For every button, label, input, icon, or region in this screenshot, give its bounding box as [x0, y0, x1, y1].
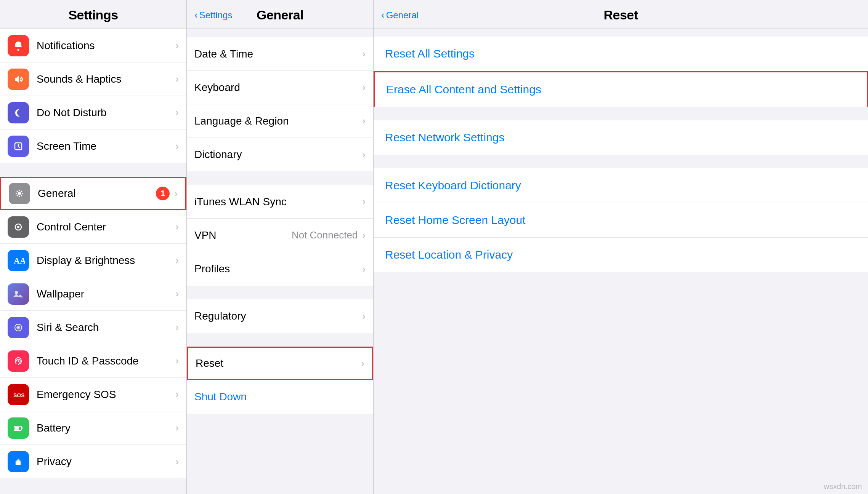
row-dictionary[interactable]: Dictionary › [187, 138, 373, 171]
section-reset-2: Reset Network Settings [374, 120, 868, 155]
row-sirisearch[interactable]: Siri & Search › [0, 311, 186, 344]
back-chevron-icon: ‹ [194, 9, 198, 21]
separator [0, 163, 186, 177]
row-content: Language & Region [194, 115, 362, 127]
svg-point-15 [15, 291, 18, 294]
settings-column: Settings Notifications › Soun [0, 0, 187, 494]
emergencysos-label: Emergency SOS [37, 388, 175, 401]
reset-column: ‹ General Reset Reset All Settings Erase… [374, 0, 868, 494]
row-vpn[interactable]: VPN Not Connected › [187, 219, 373, 252]
row-language[interactable]: Language & Region › [187, 104, 373, 138]
reset-list: Reset All Settings Erase All Content and… [374, 29, 868, 494]
section-itunes: iTunes WLAN Sync › VPN Not Connected › P… [187, 185, 373, 286]
svg-point-13 [17, 226, 19, 228]
row-eraseall[interactable]: Erase All Content and Settings [374, 71, 868, 107]
row-general[interactable]: General 1 › [0, 177, 186, 210]
eraseall-label: Erase All Content and Settings [386, 83, 541, 96]
chevron-icon: › [362, 48, 366, 60]
row-content: Sounds & Haptics [37, 73, 175, 85]
back-label: Settings [199, 10, 233, 21]
section-regulatory: Regulatory › [187, 299, 373, 333]
row-resetlocation[interactable]: Reset Location & Privacy [374, 238, 868, 272]
chevron-icon: › [174, 188, 178, 200]
resetall-label: Reset All Settings [385, 47, 475, 60]
row-screentime[interactable]: Screen Time › [0, 129, 186, 163]
section-2: General 1 › Control Center › [0, 177, 186, 478]
chevron-icon: › [175, 73, 179, 85]
row-resetnetwork[interactable]: Reset Network Settings [374, 120, 868, 155]
row-content: Date & Time [194, 48, 362, 60]
displaybrightness-label: Display & Brightness [37, 254, 175, 267]
row-wallpaper[interactable]: Wallpaper › [0, 277, 186, 311]
row-resethome[interactable]: Reset Home Screen Layout [374, 203, 868, 238]
donotdisturb-label: Do Not Disturb [37, 107, 175, 119]
svg-point-1 [18, 49, 19, 51]
row-ituneswlan[interactable]: iTunes WLAN Sync › [187, 185, 373, 219]
general-label: General [38, 187, 156, 200]
regulatory-label: Regulatory [194, 310, 362, 322]
svg-rect-23 [15, 427, 19, 430]
row-content: Control Center [37, 221, 175, 233]
chevron-icon: › [175, 321, 179, 333]
battery-label: Battery [37, 422, 175, 434]
row-displaybrightness[interactable]: AA Display & Brightness › [0, 244, 186, 277]
row-content: Display & Brightness [37, 254, 175, 267]
row-privacy[interactable]: Privacy › [0, 445, 186, 478]
chevron-icon: › [362, 149, 366, 161]
row-datetime[interactable]: Date & Time › [187, 37, 373, 71]
battery-icon [8, 417, 29, 439]
vpn-value: Not Connected [292, 229, 358, 241]
row-touchid[interactable]: Touch ID & Passcode › [0, 344, 186, 378]
chevron-icon: › [175, 141, 179, 152]
row-profiles[interactable]: Profiles › [187, 252, 373, 286]
row-content: Notifications [37, 40, 175, 52]
row-right: › [362, 48, 366, 60]
reset-label: Reset [196, 357, 361, 369]
row-donotdisturb[interactable]: Do Not Disturb › [0, 96, 186, 129]
settings-header: Settings [0, 0, 186, 29]
row-shutdown[interactable]: Shut Down [187, 380, 373, 414]
chevron-icon: › [362, 196, 366, 208]
row-emergencysos[interactable]: SOS Emergency SOS › [0, 378, 186, 411]
wallpaper-icon [8, 283, 29, 305]
svg-line-10 [21, 191, 22, 192]
svg-line-9 [21, 195, 22, 196]
keyboard-label: Keyboard [194, 82, 362, 94]
svg-text:SOS: SOS [13, 392, 25, 398]
resethome-label: Reset Home Screen Layout [385, 214, 526, 227]
chevron-icon: › [175, 388, 179, 400]
separator [187, 333, 373, 347]
notifications-label: Notifications [37, 40, 175, 52]
top-spacer [187, 29, 373, 34]
row-right: › [175, 321, 179, 333]
row-right: › [362, 196, 366, 208]
back-chevron-icon: ‹ [381, 9, 385, 21]
back-to-settings[interactable]: ‹ Settings [194, 9, 232, 21]
general-icon [9, 183, 30, 204]
row-right: › [175, 456, 179, 468]
chevron-icon: › [362, 310, 366, 322]
top-spacer [374, 29, 868, 37]
row-regulatory[interactable]: Regulatory › [187, 299, 373, 333]
row-sounds[interactable]: Sounds & Haptics › [0, 62, 186, 96]
back-label: General [386, 10, 419, 21]
row-content: Regulatory [194, 310, 362, 322]
chevron-icon: › [175, 422, 179, 434]
row-notifications[interactable]: Notifications › [0, 29, 186, 62]
row-battery[interactable]: Battery › [0, 411, 186, 445]
touchid-icon [8, 350, 29, 372]
section-datetime: Date & Time › Keyboard › Language & Regi… [187, 37, 373, 171]
svg-text:AA: AA [14, 256, 25, 265]
row-right: › [361, 358, 364, 369]
svg-rect-22 [21, 427, 22, 429]
row-resetall[interactable]: Reset All Settings [374, 37, 868, 71]
row-content: Privacy [37, 456, 175, 468]
row-content: Reset [196, 357, 361, 369]
row-keyboard[interactable]: Keyboard › [187, 71, 373, 104]
back-to-general[interactable]: ‹ General [381, 9, 419, 21]
row-reset[interactable]: Reset › [187, 347, 373, 380]
chevron-icon: › [175, 40, 179, 51]
row-resetkeyboard[interactable]: Reset Keyboard Dictionary [374, 168, 868, 203]
row-content: Profiles [194, 263, 362, 275]
row-controlcenter[interactable]: Control Center › [0, 210, 186, 244]
